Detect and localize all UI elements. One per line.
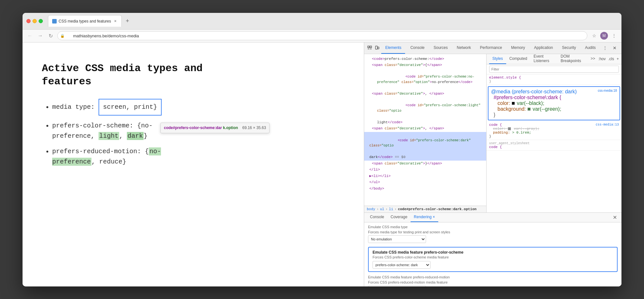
tooltip-id: code#prefers-color-scheme:dar [164,126,222,130]
css-prop-background: background: [497,106,527,112]
bottom-tab-coverage[interactable]: Coverage [387,212,411,222]
css-source[interactable]: css-media:13 [596,123,619,126]
filter-input[interactable] [489,66,619,73]
bottom-tab-rendering[interactable]: Rendering × [411,212,438,222]
svg-rect-1 [370,46,372,48]
browser-tab-active[interactable]: CSS media types and features ✕ [48,15,122,27]
emulate-css-media-type-label: Emulate CSS media type [368,225,618,229]
close-devtools-button[interactable]: ✕ [611,44,619,52]
code-text: screen, print} [103,103,157,111]
styles-tab-more[interactable]: >> [587,54,598,64]
css-properties: color: var(--gray); padding: > 0.1rem; [489,127,619,135]
bookmark-icon[interactable]: ☆ [591,32,598,39]
emulate-css-media-type-desc: Forces media type for testing print and … [368,230,618,234]
traffic-lights [26,19,43,23]
styles-tab-event-listeners[interactable]: Event Listeners [530,54,557,64]
css-rule-element-style: element.style { } [487,74,621,85]
tab-application[interactable]: Application [530,42,557,54]
html-line: </body> [364,186,486,192]
svg-rect-3 [378,47,379,49]
styles-tab-dom-breakpoints[interactable]: DOM Breakpoints [557,54,587,64]
tab-sources[interactable]: Sources [430,42,451,54]
styles-tab-bar: Styles Computed Event Listeners DOM Brea… [487,54,621,64]
address-input-container[interactable]: 🔒 mathiasbynens.be/demo/css-media [57,31,587,40]
html-line: light</code> [364,119,486,126]
add-style-button[interactable]: + [617,57,619,61]
css-value-color: var(--gray); [514,127,539,131]
maximize-window-button[interactable] [39,19,43,23]
html-line: ▶<li></li> [364,173,486,180]
css-value-background: var(--green); [533,106,561,112]
minimize-window-button[interactable] [33,19,37,23]
address-actions: ☆ M ⋮ [591,32,618,40]
devtools-more-actions: ⋮ ✕ [601,44,619,52]
new-tab-button[interactable]: + [123,16,132,25]
tooltip-dims: 69.16 × 35.63 [242,126,266,130]
css-rule-close: } [494,112,495,117]
tab-title: CSS media types and features [59,19,111,23]
css-properties: color: var(--black); background: var(--g… [494,100,617,112]
tab-console[interactable]: Console [406,42,428,54]
html-line: <span class="decorative">, </span> [364,126,486,132]
css-prop-padding: padding: [493,131,512,135]
close-window-button[interactable] [26,19,31,23]
breadcrumb-body[interactable]: body [367,207,375,211]
css-rule-media-dark: css-media:18 @media (prefers-color-schem… [488,86,620,120]
bottom-tab-console[interactable]: Console [367,212,387,222]
close-bottom-panel-button[interactable]: ✕ [611,214,619,220]
tab-network[interactable]: Network [453,42,475,54]
svg-rect-0 [368,46,369,48]
html-line: <span class="decorative">, </span> [364,91,486,97]
emulate-css-media-type-select[interactable]: No emulation print screen [368,235,426,243]
css-source[interactable]: css-media:18 [598,89,617,92]
list-item-text: prefers-reduced-motion: { [52,148,149,155]
svg-rect-2 [375,46,377,49]
tab-audits[interactable]: Audits [581,42,600,54]
tab-performance[interactable]: Performance [476,42,506,54]
light-highlight: light [99,132,119,140]
bottom-tab-bar: Console Coverage Rendering × ✕ [364,213,621,222]
devtools-body: <code>prefers-color-scheme:</code> <span… [364,54,621,212]
color-swatch-black [512,102,515,105]
html-line-selected: <code id="prefers-color-scheme:dark" cla… [364,132,486,154]
html-line: </ul> [364,179,486,186]
back-button[interactable]: ← [26,32,33,39]
css-media-query: @media (prefers-color-scheme: dark) [491,89,577,94]
breadcrumb-code[interactable]: code#prefers-color-scheme:dark.option [398,207,477,211]
emulate-css-color-scheme-desc: Forces CSS prefers-color-scheme media fe… [373,255,613,259]
tab-close-button[interactable]: ✕ [113,19,118,23]
tab-favicon [52,19,57,23]
css-source-user-agent: user_agent_stylesheet [489,142,530,145]
emulate-css-reduced-motion-select[interactable]: No emulation prefers-reduced-motion: red… [368,285,426,286]
cls-button[interactable]: .cls [608,57,614,61]
inspect-element-button[interactable] [367,44,373,52]
styles-tab-computed[interactable]: Computed [506,54,530,64]
dark-highlight: dark [127,132,144,140]
tab-elements[interactable]: Elements [381,42,405,54]
address-bar: ← → ↻ 🔒 mathiasbynens.be/demo/css-media … [23,30,621,42]
breadcrumb-li[interactable]: li [389,207,393,211]
user-avatar[interactable]: M [600,32,608,40]
menu-icon[interactable]: ⋮ [611,32,618,39]
styles-tab-styles[interactable]: Styles [489,54,506,64]
device-toolbar-button[interactable] [374,44,380,52]
html-line: <code>prefers-color-scheme:</code> [364,56,486,62]
devtools-panel: Elements Console Sources Network Perform… [364,42,621,286]
filter-bar [487,64,621,74]
color-swatch-green [527,107,531,111]
css-selector: #prefers-color-scheme\:dark { [494,95,561,100]
css-value-color: var(--black); [517,100,544,106]
elements-panel: <code>prefers-color-scheme:</code> <span… [364,54,487,212]
tab-memory[interactable]: Memory [507,42,529,54]
forward-button[interactable]: → [37,32,44,39]
page-content: Active CSS media types andfeatures media… [23,42,364,286]
emulate-css-reduced-motion-label: Emulate CSS media feature prefers-reduce… [368,275,618,279]
more-tabs-button[interactable]: ⋮ [601,44,609,52]
css-selector-block: #prefers-color-scheme\:dark { color: var… [491,95,617,118]
hov-button[interactable]: :hov [598,57,606,61]
emulate-css-color-scheme-select[interactable]: No emulation prefers-color-scheme: dark … [373,261,431,269]
list-item-prefers-reduced-motion: prefers-reduced-motion: {no-preference, … [52,146,345,167]
refresh-button[interactable]: ↻ [47,32,54,39]
breadcrumb-ul[interactable]: ul [380,207,384,211]
tab-security[interactable]: Security [558,42,580,54]
